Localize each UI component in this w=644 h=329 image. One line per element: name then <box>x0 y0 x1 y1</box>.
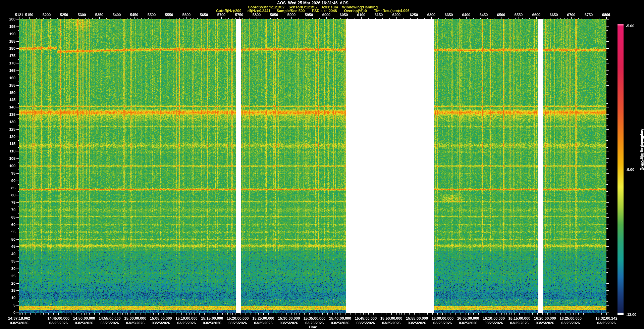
header-params-line2: Cutoff(Hz):200 df(Hz):0.2441 Sample/Sec:… <box>19 9 606 13</box>
window-title: AOS Wed 25 Mar 2026 16:31:46 AOS <box>19 1 606 5</box>
aos-spectrogram-window: AOS Wed 25 Mar 2026 16:31:46 AOS CoordSy… <box>0 0 644 329</box>
spectrogram-plot <box>0 0 644 329</box>
